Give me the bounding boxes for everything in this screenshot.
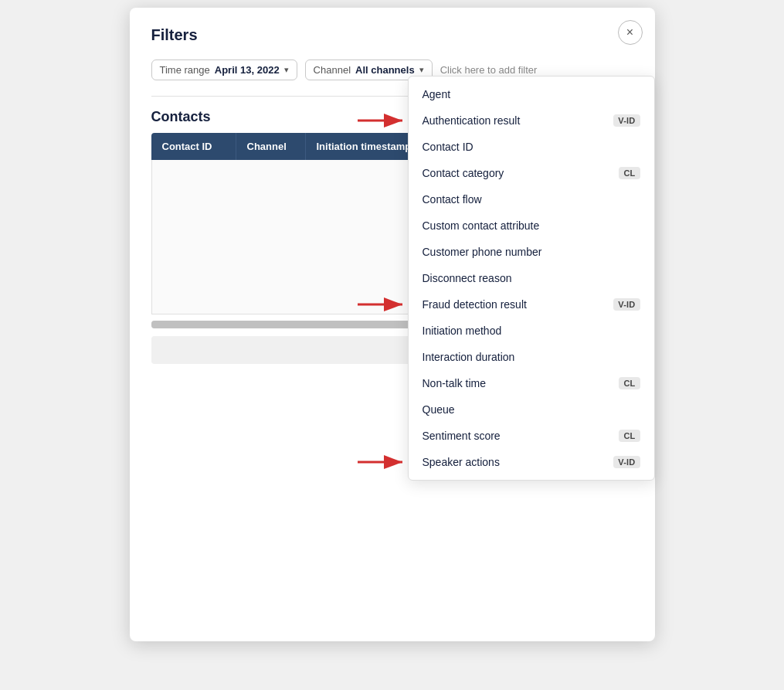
dropdown-item-authentication-result[interactable]: Authentication result V-ID — [409, 107, 654, 134]
dropdown-item-sentiment-label: Sentiment score — [423, 430, 501, 442]
arrow-authentication-icon — [355, 110, 410, 131]
dropdown-item-customer-phone[interactable]: Customer phone number — [409, 239, 654, 265]
dropdown-item-non-talk-time[interactable]: Non-talk time CL — [409, 370, 654, 396]
th-channel: Channel — [236, 133, 306, 160]
dropdown-item-queue-label: Queue — [423, 403, 455, 416]
fraud-detection-badge: V-ID — [613, 298, 640, 311]
dropdown-item-interaction-duration-label: Interaction duration — [423, 351, 515, 363]
dropdown-item-contact-flow-label: Contact flow — [423, 193, 482, 206]
close-button[interactable]: × — [618, 20, 643, 45]
arrow-speaker-icon — [355, 451, 410, 473]
dropdown-item-initiation-method-label: Initiation method — [423, 325, 502, 337]
time-range-label: Time range — [160, 64, 210, 76]
backdrop: Filters × Time range April 13, 2022 ▾ Ch… — [0, 0, 784, 690]
non-talk-time-badge: CL — [619, 377, 640, 389]
dropdown-item-fraud-label: Fraud detection result — [423, 298, 527, 311]
filter-dropdown-menu: Agent Authentication result V-ID — [408, 76, 655, 481]
dropdown-item-fraud-detection[interactable]: Fraud detection result V-ID — [409, 291, 654, 318]
dropdown-item-sentiment-score[interactable]: Sentiment score CL — [409, 423, 654, 449]
scrollbar-thumb — [151, 321, 440, 328]
dropdown-item-contact-id[interactable]: Contact ID — [409, 134, 654, 160]
dropdown-item-speaker-actions[interactable]: Speaker actions V-ID — [409, 449, 654, 475]
sentiment-score-badge: CL — [619, 430, 640, 442]
dropdown-item-interaction-duration[interactable]: Interaction duration — [409, 344, 654, 370]
speaker-actions-badge: V-ID — [613, 456, 640, 468]
arrow-fraud-icon — [355, 294, 410, 315]
dropdown-item-disconnect-reason-label: Disconnect reason — [423, 272, 512, 284]
channel-value: All channels — [355, 64, 415, 76]
filters-modal: Filters × Time range April 13, 2022 ▾ Ch… — [130, 8, 655, 641]
dropdown-item-initiation-method[interactable]: Initiation method — [409, 318, 654, 344]
time-range-value: April 13, 2022 — [215, 64, 280, 76]
contact-category-badge: CL — [619, 167, 640, 179]
dropdown-item-queue[interactable]: Queue — [409, 396, 654, 423]
dropdown-item-custom-attr-label: Custom contact attribute — [423, 219, 540, 232]
channel-label: Channel — [314, 64, 351, 76]
dropdown-item-non-talk-label: Non-talk time — [423, 377, 486, 389]
dropdown-item-disconnect-reason[interactable]: Disconnect reason — [409, 265, 654, 291]
dropdown-item-contact-category[interactable]: Contact category CL — [409, 160, 654, 186]
add-filter-button[interactable]: Click here to add filter — [440, 64, 538, 76]
dropdown-item-agent-label: Agent — [423, 88, 451, 100]
dropdown-item-agent[interactable]: Agent — [409, 81, 654, 107]
dropdown-item-customer-phone-label: Customer phone number — [423, 246, 542, 258]
dropdown-item-custom-contact-attribute[interactable]: Custom contact attribute — [409, 212, 654, 239]
dropdown-item-auth-result-label: Authentication result — [423, 114, 521, 127]
channel-chevron-icon: ▾ — [419, 65, 424, 75]
dropdown-item-contact-id-label: Contact ID — [423, 141, 473, 153]
auth-result-badge: V-ID — [613, 114, 640, 127]
dropdown-item-speaker-label: Speaker actions — [423, 456, 500, 468]
time-range-chevron-icon: ▾ — [284, 65, 289, 75]
dropdown-item-contact-category-label: Contact category — [423, 167, 504, 179]
dropdown-item-contact-flow[interactable]: Contact flow — [409, 186, 654, 212]
modal-title: Filters — [151, 26, 633, 44]
time-range-filter[interactable]: Time range April 13, 2022 ▾ — [151, 59, 297, 80]
th-contact-id: Contact ID — [151, 133, 236, 160]
